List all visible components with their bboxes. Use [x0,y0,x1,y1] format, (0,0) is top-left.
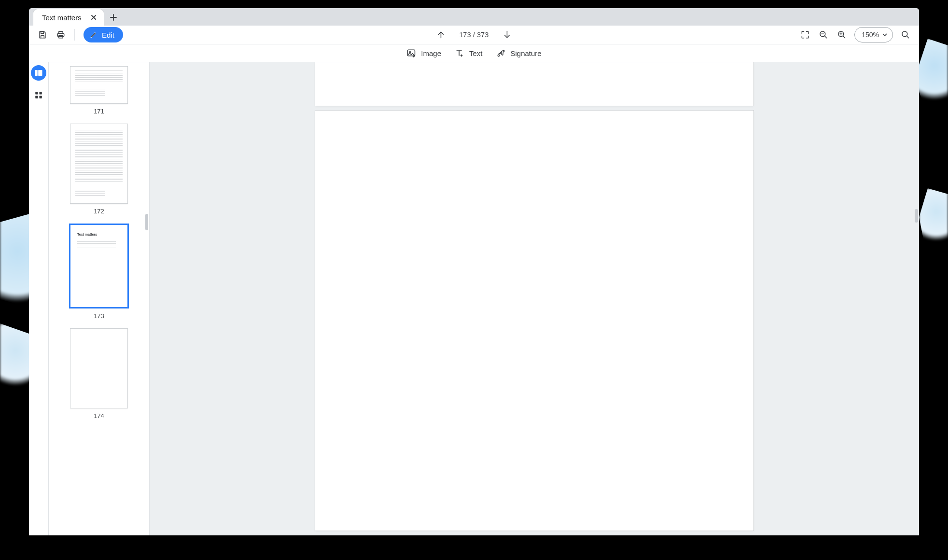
arrow-up-icon [436,30,446,40]
svg-rect-9 [35,92,38,94]
save-icon [38,30,47,40]
background-blob [914,39,948,106]
image-icon [406,48,416,58]
thumbnail-content-title: Text matters [77,233,97,236]
insert-signature-label: Signature [511,49,542,57]
svg-rect-7 [35,70,38,76]
insert-toolbar: Image Text Signature [29,44,919,62]
zoom-out-button[interactable] [816,27,831,42]
insert-image-label: Image [421,49,441,57]
thumbnail-number: 173 [94,312,104,320]
toolbar-center-group: 173 / 373 [433,27,515,42]
tab-strip: Text matters [29,8,919,26]
insert-image-button[interactable]: Image [406,48,441,58]
svg-rect-8 [38,70,42,76]
insert-text-button[interactable]: Text [455,48,483,58]
close-icon [91,14,97,20]
zoom-out-icon [819,30,828,40]
chevron-down-icon [882,32,888,38]
sidebar-icon [34,69,43,77]
svg-point-6 [498,55,499,56]
previous-page-button[interactable] [433,27,448,42]
thumbnail-item[interactable]: 171 [49,66,149,115]
thumbnail-page-171[interactable] [70,66,128,104]
scrollbar-thumb[interactable] [145,214,148,230]
insert-signature-button[interactable]: Signature [496,48,542,58]
thumbnail-page-172[interactable] [70,124,128,204]
rendered-page-current[interactable] [315,111,753,531]
svg-rect-10 [40,92,42,94]
toolbar-left-group: Edit [35,27,123,42]
thumbnail-page-174[interactable] [70,328,128,408]
thumbnail-number: 171 [94,108,104,115]
thumbnail-number: 172 [94,208,104,215]
edit-button-label: Edit [102,31,114,39]
print-icon [56,30,66,40]
thumbnail-item[interactable]: Text matters 173 [49,224,149,320]
workspace: 171 172 Text matters 173 174 [29,62,919,535]
zoom-level-label: 150% [862,31,879,39]
close-tab-button[interactable] [88,12,99,23]
zoom-level-select[interactable]: 150% [854,27,893,42]
toolbar-right-group: 150% [797,27,913,42]
thumbnails-panel[interactable]: 171 172 Text matters 173 174 [49,62,150,535]
grid-icon [34,91,43,99]
page-indicator[interactable]: 173 / 373 [459,31,488,39]
new-tab-button[interactable] [106,10,121,25]
search-icon [901,30,910,40]
thumbnail-item[interactable]: 172 [49,124,149,215]
app-window: Text matters [29,8,919,535]
fullscreen-button[interactable] [797,27,813,42]
text-icon [455,48,464,58]
print-button[interactable] [53,27,69,42]
tab-label: Text matters [42,14,82,22]
main-toolbar: Edit 173 / 373 [29,26,919,44]
search-button[interactable] [898,27,913,42]
side-rail [29,62,49,535]
grid-view-toggle[interactable] [31,87,46,103]
thumbnail-item[interactable]: 174 [49,328,149,420]
thumbnail-page-173[interactable]: Text matters [69,224,129,308]
zoom-in-icon [837,30,847,40]
pencil-icon [89,30,98,39]
save-button[interactable] [35,27,50,42]
svg-rect-12 [40,96,42,98]
thumbnail-content-text [77,241,116,249]
rendered-page-previous[interactable] [315,62,753,106]
toolbar-divider [74,29,75,41]
edit-button[interactable]: Edit [84,27,123,42]
next-page-button[interactable] [500,27,515,42]
page-viewer[interactable] [150,62,919,535]
zoom-in-button[interactable] [834,27,850,42]
svg-rect-11 [35,96,38,98]
expand-icon [800,30,810,40]
thumbnails-panel-toggle[interactable] [31,65,46,81]
tab-document[interactable]: Text matters [33,9,104,26]
background-blob [919,188,948,246]
signature-icon [496,48,506,58]
insert-text-label: Text [469,49,483,57]
arrow-down-icon [502,30,512,40]
scrollbar-thumb[interactable] [915,209,918,223]
thumbnail-number: 174 [94,412,104,420]
plus-icon [110,14,117,21]
